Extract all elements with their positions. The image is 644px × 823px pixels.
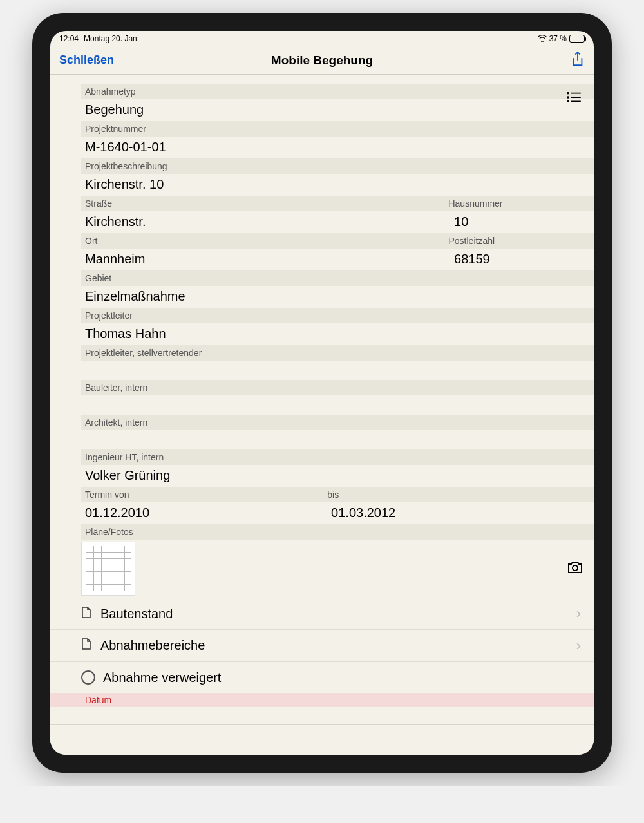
strasse-value[interactable]: Kirchenstr. [81, 211, 450, 233]
close-button[interactable]: Schließen [59, 53, 114, 67]
wifi-icon [538, 34, 547, 44]
datum-label: Datum [50, 693, 594, 707]
projektbeschreibung-value[interactable]: Kirchenstr. 10 [81, 174, 594, 196]
abnahme-verweigert-radio[interactable]: Abnahme verweigert [50, 662, 594, 693]
chevron-right-icon: › [576, 605, 581, 622]
screen: 12:04 Montag 20. Jan. 37 % Schließen Mob… [50, 31, 594, 755]
radio-icon [81, 670, 95, 685]
document-icon [81, 607, 91, 621]
hausnummer-label: Hausnummer [448, 198, 502, 209]
termin-bis-label: bis [327, 489, 339, 500]
tablet-frame: 12:04 Montag 20. Jan. 37 % Schließen Mob… [32, 13, 612, 773]
bauleiter-label: Bauleiter, intern [81, 380, 594, 395]
ingenieur-value[interactable]: Volker Grüning [81, 465, 594, 487]
gebiet-value[interactable]: Einzelmaßnahme [81, 286, 594, 308]
projektleiter-value[interactable]: Thomas Hahn [81, 323, 594, 345]
battery-icon [569, 35, 585, 43]
svg-point-0 [567, 92, 569, 94]
hausnummer-value[interactable]: 10 [450, 211, 594, 233]
abnahmetyp-value[interactable]: Begehung [81, 99, 594, 121]
svg-point-2 [567, 97, 569, 99]
ingenieur-label: Ingenieur HT, intern [81, 449, 594, 465]
architekt-value[interactable] [81, 430, 594, 449]
plz-label: Postleitzahl [448, 235, 495, 247]
status-bar: 12:04 Montag 20. Jan. 37 % [50, 31, 594, 46]
document-icon [81, 638, 91, 653]
datum-value[interactable] [50, 707, 594, 725]
camera-button[interactable] [567, 560, 583, 577]
status-date: Montag 20. Jan. [84, 34, 139, 43]
form-content[interactable]: Abnahmetyp Begehung Projektnummer M-1640… [50, 75, 594, 755]
nav-bar: Schließen Mobile Begehung [50, 46, 594, 75]
nav-abnahmebereiche[interactable]: Abnahmebereiche › [50, 630, 594, 662]
gebiet-label: Gebiet [81, 270, 594, 286]
projektnummer-value[interactable]: M-1640-01-01 [81, 137, 594, 158]
page-title: Mobile Begehung [271, 53, 373, 68]
abnahme-verweigert-label: Abnahme verweigert [103, 670, 221, 685]
projektleiter-stv-value[interactable] [81, 361, 594, 380]
bauleiter-value[interactable] [81, 395, 594, 415]
plaene-label: Pläne/Fotos [81, 524, 594, 540]
nav-abnahmebereiche-label: Abnahmebereiche [100, 638, 567, 653]
termin-bis-value[interactable]: 01.03.2012 [327, 502, 399, 524]
share-button[interactable] [571, 51, 585, 70]
nav-bautenstand[interactable]: Bautenstand › [50, 598, 594, 630]
termin-von-label: Termin von [85, 489, 327, 500]
termin-von-value[interactable]: 01.12.2010 [81, 502, 327, 524]
chevron-right-icon: › [576, 638, 581, 654]
plz-value[interactable]: 68159 [450, 249, 594, 270]
nav-bautenstand-label: Bautenstand [100, 607, 567, 621]
ort-value[interactable]: Mannheim [81, 249, 450, 270]
ort-label: Ort [85, 235, 448, 247]
status-time: 12:04 [59, 34, 79, 43]
list-icon[interactable] [567, 91, 581, 106]
plan-thumbnail[interactable] [81, 542, 135, 596]
architekt-label: Architekt, intern [81, 415, 594, 430]
projektbeschreibung-label: Projektbeschreibung [81, 158, 594, 174]
svg-point-6 [573, 565, 578, 571]
svg-point-4 [567, 100, 569, 102]
projektleiter-stv-label: Projektleiter, stellvertretender [81, 345, 594, 361]
strasse-label: Straße [85, 198, 448, 209]
projektnummer-label: Projektnummer [81, 121, 594, 137]
projektleiter-label: Projektleiter [81, 308, 594, 323]
abnahmetyp-label: Abnahmetyp [81, 84, 594, 99]
status-battery-pct: 37 % [549, 34, 567, 43]
